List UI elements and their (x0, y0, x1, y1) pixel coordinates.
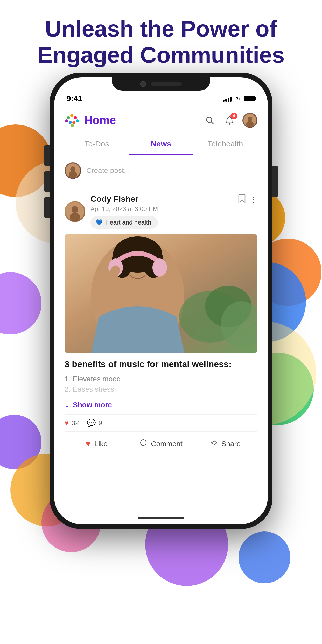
heart-stat-icon: ♥ (65, 419, 69, 427)
tab-todos[interactable]: To-Dos (65, 134, 129, 155)
post-author-info: Cody Fisher Apr 19, 2023 at 3:00 PM 💙 He… (90, 194, 158, 229)
notification-badge: 4 (230, 113, 237, 119)
post-list-item-1: 1. Elevates mood (65, 375, 257, 383)
like-label: Like (94, 440, 108, 448)
phone-notch (112, 77, 210, 91)
post-action-bar: ♥ Like Comment (65, 431, 257, 456)
tag-label: Heart and health (105, 219, 151, 226)
home-indicator (138, 517, 184, 519)
hero-section: Unleash the Power of Engaged Communities (0, 16, 322, 68)
tab-telehealth[interactable]: Telehealth (193, 134, 257, 155)
phone-mockup: 9:41 ∿ (50, 73, 272, 529)
status-bar: 9:41 ∿ (54, 91, 268, 106)
comments-count: 9 (99, 419, 102, 427)
earpiece-speaker (151, 82, 182, 86)
post-author-name: Cody Fisher (90, 194, 158, 204)
likes-count: 32 (72, 419, 79, 427)
svg-point-6 (76, 119, 79, 122)
header-actions: 4 (203, 113, 257, 128)
post-body: 3 benefits of music for mental wellness:… (65, 358, 257, 414)
comment-button[interactable]: Comment (129, 433, 193, 454)
share-icon (210, 439, 218, 449)
signal-icon (223, 95, 232, 102)
post-image (65, 234, 257, 353)
create-post-placeholder[interactable]: Create post... (86, 166, 257, 175)
power-button (272, 166, 278, 197)
tag-icon: 💙 (96, 219, 103, 226)
post-list-item-2: 2. Eases stress (65, 385, 257, 394)
post-header: Cody Fisher Apr 19, 2023 at 3:00 PM 💙 He… (65, 194, 257, 229)
logo-dots-icon (65, 113, 80, 128)
post-title: 3 benefits of music for mental wellness: (65, 358, 257, 370)
likes-stat: ♥ 32 (65, 419, 79, 427)
wifi-icon: ∿ (235, 95, 240, 102)
notifications-button[interactable]: 4 (223, 114, 236, 127)
svg-point-10 (229, 123, 230, 125)
phone-screen: 9:41 ∿ (54, 77, 268, 524)
app-header: Home (54, 106, 268, 134)
post-date: Apr 19, 2023 at 3:00 PM (90, 205, 158, 213)
chevron-down-icon: ⌄ (65, 401, 70, 409)
navigation-tabs: To-Dos News Telehealth (54, 134, 268, 155)
app-screen: Home (54, 106, 268, 524)
search-button[interactable] (203, 114, 216, 127)
user-avatar-small (65, 162, 81, 179)
comment-label: Comment (151, 440, 182, 448)
post-tag[interactable]: 💙 Heart and health (90, 216, 158, 229)
post-author-avatar (65, 201, 85, 222)
svg-point-12 (248, 117, 252, 121)
volume-up-button (44, 145, 50, 166)
app-logo: Home (65, 113, 116, 128)
mute-button (44, 197, 50, 218)
post-header-actions: ⋮ (238, 194, 257, 205)
comment-stat-icon: 💬 (87, 419, 96, 427)
svg-point-5 (72, 121, 75, 124)
svg-point-27 (152, 258, 167, 277)
phone-body: 9:41 ∿ (50, 73, 272, 529)
user-avatar[interactable] (242, 113, 257, 128)
show-more-button[interactable]: ⌄ Show more (65, 396, 257, 414)
post-stats: ♥ 32 💬 9 (65, 414, 257, 431)
svg-point-7 (71, 124, 74, 127)
svg-point-3 (65, 119, 68, 122)
share-label: Share (221, 440, 241, 448)
svg-point-31 (141, 440, 146, 445)
create-post-bar[interactable]: Create post... (54, 155, 268, 186)
post-card: Cody Fisher Apr 19, 2023 at 3:00 PM 💙 He… (54, 186, 268, 456)
svg-point-2 (74, 116, 77, 119)
comment-icon (139, 439, 147, 449)
volume-down-button (44, 171, 50, 192)
share-button[interactable]: Share (193, 433, 257, 454)
app-title: Home (84, 114, 116, 127)
svg-point-4 (69, 121, 72, 124)
post-image-content (65, 234, 257, 353)
more-options-icon[interactable]: ⋮ (250, 195, 257, 204)
post-author-section: Cody Fisher Apr 19, 2023 at 3:00 PM 💙 He… (65, 194, 158, 229)
svg-point-15 (70, 166, 75, 172)
status-icons: ∿ (223, 95, 255, 102)
like-heart-icon: ♥ (86, 439, 91, 449)
svg-point-18 (72, 206, 78, 213)
status-time: 9:41 (67, 94, 82, 103)
front-camera (140, 81, 146, 87)
svg-line-9 (211, 122, 213, 124)
tab-news[interactable]: News (129, 134, 193, 155)
svg-point-0 (67, 116, 70, 119)
like-button[interactable]: ♥ Like (65, 433, 129, 454)
show-more-label: Show more (73, 401, 112, 409)
svg-point-1 (70, 114, 73, 117)
bookmark-icon[interactable] (238, 194, 246, 205)
comments-stat: 💬 9 (87, 419, 102, 427)
hero-title: Unleash the Power of Engaged Communities (0, 16, 322, 68)
battery-icon (244, 96, 255, 101)
